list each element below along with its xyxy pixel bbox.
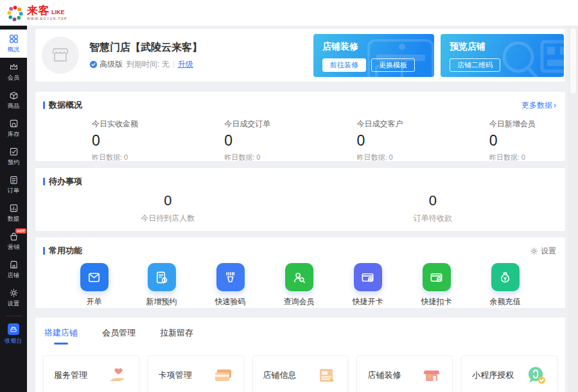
more-data-label: 更多数据 [521, 100, 552, 111]
gear-icon [9, 288, 19, 298]
main-content: 智慧门店【武陵云来客】 高级版 到期时间: 无 升级 店铺装修 前往装修 更换模… [27, 26, 578, 392]
card-add-icon [360, 270, 375, 285]
sidebar-item-products[interactable]: 商品 [0, 86, 27, 114]
scrollbar-thumb[interactable] [570, 28, 576, 94]
section-title-quick-functions: 常用功能 [43, 245, 82, 257]
chevron-right-icon: › [554, 101, 556, 110]
sidebar-item-shop[interactable]: 店铺 [0, 255, 27, 284]
quick-item-new-reservation[interactable]: 新增预约 [146, 263, 177, 307]
card-shop-decoration[interactable]: 店铺装修 [356, 355, 453, 392]
quick-item-balance-recharge[interactable]: 余额充值 [490, 263, 521, 307]
stat-label: 今日新增会员 [489, 119, 565, 130]
quick-item-deduct-card[interactable]: 快捷扣卡 [421, 263, 452, 307]
upgrade-link[interactable]: 升级 [178, 59, 193, 70]
calendar-check-icon [9, 147, 19, 157]
logo-brand-text: 来客 [27, 5, 50, 16]
member-search-icon [292, 270, 306, 285]
guide-tabs: 搭建店铺 会员管理 拉新留存 [43, 318, 557, 345]
todo-pending-payment: 0 订单待收款 [301, 192, 566, 224]
shortcut-label: 服务管理 [54, 370, 87, 381]
section-title-todo: 待办事项 [43, 176, 82, 187]
card-card-management[interactable]: 卡项管理 [148, 355, 244, 392]
more-data-link[interactable]: 更多数据 › [521, 100, 556, 111]
sidebar-label: 店铺 [8, 271, 19, 279]
hot-badge: HOT [15, 228, 26, 234]
shortcut-label: 店铺信息 [263, 370, 297, 381]
quick-item-open-card[interactable]: 快捷开卡 [353, 263, 383, 307]
stat-label: 今日成交订单 [224, 119, 300, 130]
sidebar-item-data[interactable]: 数据 [0, 199, 27, 227]
sidebar-label: 设置 [8, 299, 19, 307]
stat-today-revenue: 今日实收金额 0 昨日数据: 0 [35, 119, 168, 162]
doc-edit-icon [315, 364, 338, 387]
card-service-management[interactable]: 服务管理 [43, 355, 139, 392]
sidebar-label: 收银台 [4, 337, 22, 345]
tab-acquisition-retention[interactable]: 拉新留存 [160, 327, 193, 345]
quick-label: 快速验码 [215, 296, 246, 307]
top-header: 来客 LIKE WWW.EGYUN.TOP [0, 0, 578, 26]
sidebar-item-settings[interactable]: 设置 [0, 284, 27, 312]
sidebar-label: 数据 [8, 214, 19, 223]
quick-label: 快捷开卡 [353, 296, 383, 307]
gear-icon [530, 247, 538, 255]
sidebar-label: 营销 [8, 243, 19, 251]
sidebar-divider [5, 316, 22, 316]
sidebar-item-cashier[interactable]: 收银台 [0, 320, 27, 348]
logo-tagline: WWW.EGYUN.TOP [27, 17, 67, 21]
box-icon [9, 90, 19, 100]
sidebar-label: 会员 [8, 73, 19, 81]
stat-sub: 昨日数据: 0 [92, 153, 168, 162]
money-bag-icon [498, 270, 512, 285]
preview-shop-banner: 预览店铺 店铺二维码 [441, 34, 564, 77]
sidebar-item-marketing[interactable]: HOT 营销 [0, 227, 27, 255]
stat-sub: 昨日数据: 0 [357, 153, 433, 162]
sidebar: 概况 会员 商品 库存 预约 订单 数据 HOT 营销 店铺 设置 [0, 26, 27, 392]
banner-title: 店铺装修 [322, 41, 425, 53]
quick-item-create-order[interactable]: 开单 [80, 263, 109, 307]
app-logo: 来客 LIKE WWW.EGYUN.TOP [6, 4, 67, 22]
stat-today-customers: 今日成交客户 0 昨日数据: 0 [301, 119, 433, 162]
cabinet-icon [9, 119, 19, 128]
go-decorate-button[interactable]: 前往装修 [322, 58, 366, 72]
sidebar-item-members[interactable]: 会员 [0, 58, 27, 86]
scrollbar-track[interactable] [568, 26, 578, 392]
todo-label: 今日待到店人数 [35, 213, 301, 224]
stat-value: 0 [357, 132, 433, 149]
tab-member-management[interactable]: 会员管理 [102, 327, 136, 345]
logo-icon [6, 4, 24, 22]
card-miniprogram-auth[interactable]: 小程序授权 [461, 355, 557, 392]
store-avatar [42, 37, 79, 74]
expire-label: 到期时间: 无 [127, 59, 170, 70]
cards-icon [211, 364, 234, 387]
sidebar-label: 概况 [8, 45, 19, 53]
quick-item-search-member[interactable]: 查询会员 [284, 263, 315, 307]
change-template-button[interactable]: 更换模板 [371, 58, 415, 72]
crown-icon [9, 62, 19, 72]
shop-decorate-icon [420, 364, 443, 387]
todo-section: 待办事项 0 今日待到店人数 0 订单待收款 [35, 168, 565, 231]
quick-settings-label: 设置 [541, 246, 556, 257]
store-avatar-icon [50, 45, 71, 65]
store-info-card: 智慧门店【武陵云来客】 高级版 到期时间: 无 升级 店铺装修 前往装修 更换模… [35, 29, 565, 81]
sidebar-label: 库存 [8, 130, 19, 138]
stat-sub: 昨日数据: 0 [489, 153, 565, 162]
clipboard-icon [9, 175, 19, 185]
stat-label: 今日成交客户 [357, 119, 433, 130]
card-shop-info[interactable]: 店铺信息 [252, 355, 349, 392]
quick-label: 快捷扣卡 [421, 296, 452, 307]
sidebar-item-overview[interactable]: 概况 [0, 30, 27, 58]
sidebar-item-reservations[interactable]: 预约 [0, 142, 27, 171]
scanner-icon [223, 270, 238, 285]
stat-value: 0 [224, 132, 300, 149]
sidebar-item-inventory[interactable]: 库存 [0, 114, 27, 142]
tab-build-shop[interactable]: 搭建店铺 [44, 327, 78, 345]
stat-sub: 昨日数据: 0 [224, 153, 300, 162]
doc-clock-icon [154, 270, 169, 285]
shop-qrcode-button[interactable]: 店铺二维码 [450, 58, 500, 72]
quick-settings-button[interactable]: 设置 [530, 246, 556, 257]
sidebar-item-orders[interactable]: 订单 [0, 171, 27, 199]
logo-like-text: LIKE [51, 10, 65, 16]
storefront-icon [9, 260, 19, 269]
quick-item-verify-code[interactable]: 快速验码 [215, 263, 246, 307]
todo-value: 0 [301, 192, 566, 209]
